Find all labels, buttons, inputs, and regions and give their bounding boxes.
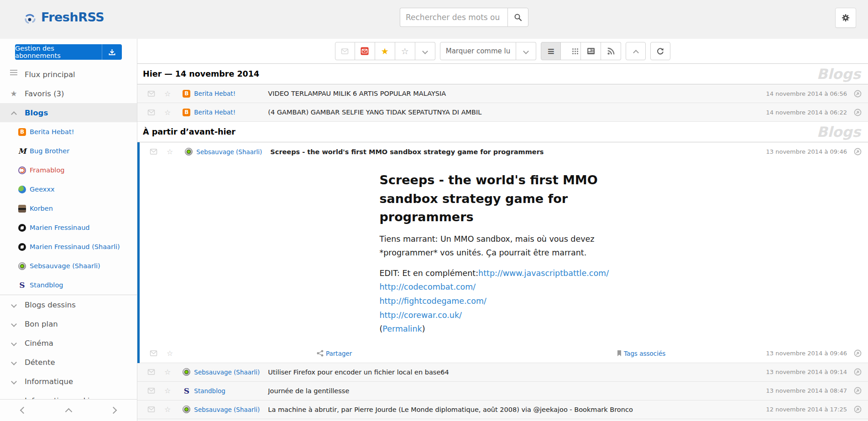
feed-name-link[interactable]: Berita Hebat! [194, 109, 268, 116]
feed-link[interactable]: Geexxx [30, 186, 55, 193]
tags-button[interactable]: Tags associés [617, 350, 665, 357]
sidebar-feed-item[interactable]: Framablog [0, 161, 137, 180]
article-link[interactable]: http://corewar.co.uk/ [380, 308, 628, 322]
share-button[interactable]: Partager [317, 350, 352, 357]
sidebar-category-item[interactable]: Cinéma [0, 333, 137, 353]
sidebar-feed-item[interactable]: Geexxx [0, 180, 137, 199]
read-status-icon[interactable] [150, 350, 157, 357]
filter-dropdown-button[interactable] [415, 42, 435, 60]
sidebar-feed-item[interactable]: Berita Hebat! [0, 122, 137, 141]
feed-name-link[interactable]: Sebsauvage (Shaarli) [194, 369, 268, 376]
feed-link[interactable]: Korben [30, 205, 53, 212]
view-global-button[interactable] [561, 42, 581, 60]
filter-favorites-button[interactable]: ★ [375, 42, 395, 60]
app-logo[interactable]: FreshRSS [24, 10, 104, 24]
refresh-button[interactable] [650, 42, 670, 60]
feed-link[interactable]: Standblog [30, 281, 63, 289]
tags-label: Tags associés [624, 350, 665, 357]
sidebar-category-item[interactable]: Détente [0, 353, 137, 372]
favorite-star-icon[interactable]: ☆ [164, 368, 171, 376]
read-status-icon[interactable] [147, 369, 155, 375]
chevron-down-icon [9, 303, 18, 307]
filter-all-button[interactable] [335, 42, 355, 60]
original-link-icon[interactable] [854, 90, 862, 98]
entry-date: 12 novembre 2014 à 17:25 [766, 406, 847, 413]
original-link-icon[interactable] [854, 387, 862, 395]
favorite-star-icon[interactable]: ☆ [164, 405, 171, 414]
feed-link[interactable]: Framablog [30, 166, 64, 174]
sidebar-feed-item[interactable]: Marien Fressinaud (Shaarli) [0, 237, 137, 256]
read-status-icon[interactable] [147, 406, 155, 413]
favorite-star-icon[interactable]: ☆ [167, 349, 173, 358]
chevron-down-icon [9, 341, 18, 345]
original-link-icon[interactable] [854, 109, 862, 116]
read-status-icon[interactable] [147, 109, 155, 116]
settings-button[interactable] [835, 8, 856, 28]
article-content: Screeps - the world's first MMO sandbox … [140, 161, 868, 344]
filter-not-favorite-button[interactable]: ☆ [395, 42, 415, 60]
sidebar-feed-item[interactable]: Standblog [0, 275, 137, 295]
article-link[interactable]: http://www.javascriptbattle.com/ [478, 269, 609, 278]
sidebar-feed-item[interactable]: Marien Fressinaud [0, 218, 137, 237]
filter-unread-button[interactable] [355, 42, 375, 60]
sidebar-category-item[interactable]: Informatique [0, 372, 137, 391]
favorite-star-icon[interactable]: ☆ [167, 147, 173, 156]
favorite-star-icon[interactable]: ☆ [164, 386, 171, 395]
pager-top-icon[interactable] [65, 408, 72, 416]
read-status-icon[interactable] [150, 148, 157, 155]
sidebar-category-item[interactable]: Blogs dessins [0, 295, 137, 314]
read-status-icon[interactable] [147, 387, 155, 394]
feed-link[interactable]: Sebsauvage (Shaarli) [30, 262, 100, 270]
view-list-button[interactable]: ≡ [541, 42, 561, 60]
sidebar-feed-item[interactable]: Bug Brother [0, 141, 137, 161]
permalink-link[interactable]: Permalink [382, 324, 422, 333]
import-export-icon[interactable] [102, 44, 122, 60]
feed-link[interactable]: Marien Fressinaud (Shaarli) [30, 243, 120, 250]
entry-row[interactable]: ☆ Berita Hebat! VIDEO TERLAMPAU MILIK 6 … [137, 84, 868, 103]
sidebar-category-item[interactable]: Bon plan [0, 314, 137, 333]
favorite-star-icon[interactable]: ☆ [164, 108, 171, 117]
view-rss-button[interactable] [601, 42, 621, 60]
original-link-icon[interactable] [854, 368, 862, 376]
original-link-icon[interactable] [854, 148, 862, 156]
feed-link[interactable]: Bug Brother [30, 147, 69, 155]
article-link[interactable]: http://fightcodegame.com/ [380, 294, 628, 308]
sidebar-feed-item[interactable]: Sebsauvage (Shaarli) [0, 256, 137, 275]
feed-name-link[interactable]: Sebsauvage (Shaarli) [194, 406, 268, 413]
main-area: ★ ☆ Marquer comme lu ≡ [137, 39, 868, 421]
view-reader-button[interactable] [581, 42, 601, 60]
scroll-top-button[interactable] [626, 42, 646, 60]
original-link-icon[interactable] [854, 405, 862, 413]
app-title: FreshRSS [41, 10, 104, 24]
entry-row[interactable]: ☆ Sebsauvage (Shaarli) La machine à abru… [137, 400, 868, 419]
sidebar-category-blogs[interactable]: Blogs [0, 103, 137, 122]
feed-favicon [18, 224, 26, 232]
pager-previous-icon[interactable] [20, 407, 27, 414]
search-input[interactable] [400, 8, 507, 27]
pager-next-icon[interactable] [110, 407, 117, 414]
mark-read-dropdown-button[interactable] [516, 42, 536, 60]
sidebar-item-flux-principal[interactable]: Flux principal [0, 65, 137, 84]
entry-row[interactable]: ☆ Berita Hebat! (4 GAMBAR) GAMBAR SELFIE… [137, 103, 868, 122]
entry-row-expanded[interactable]: ☆ Sebsauvage (Shaarli) Screeps - the wor… [140, 142, 868, 161]
gear-icon [841, 13, 850, 22]
feed-favicon [18, 281, 26, 289]
feed-name-link[interactable]: Berita Hebat! [194, 90, 268, 97]
feed-link[interactable]: Marien Fressinaud [30, 224, 90, 231]
entry-row[interactable]: ☆ Standblog 10 ans de Firefox 12 novembr… [137, 419, 868, 421]
read-status-icon[interactable] [147, 90, 155, 97]
sidebar-feed-item[interactable]: Korben [0, 199, 137, 218]
feed-name-link[interactable]: Sebsauvage (Shaarli) [196, 148, 270, 156]
search-button[interactable] [507, 8, 528, 27]
mark-as-read-button[interactable]: Marquer comme lu [440, 42, 517, 60]
favorite-star-icon[interactable]: ☆ [164, 89, 171, 98]
feed-link[interactable]: Berita Hebat! [30, 128, 74, 135]
entry-row[interactable]: ☆ Standblog Journée de la gentillesse 13… [137, 382, 868, 400]
article-link[interactable]: http://codecombat.com/ [380, 280, 628, 294]
feed-name-link[interactable]: Standblog [194, 387, 268, 395]
sidebar-item-favoris[interactable]: ★ Favoris (3) [0, 84, 137, 103]
original-link-icon[interactable] [854, 349, 862, 357]
entry-row[interactable]: ☆ Sebsauvage (Shaarli) Utiliser Firefox … [137, 363, 868, 382]
feed-favicon [185, 148, 193, 156]
manage-subscriptions-button[interactable]: Gestion des abonnements [15, 44, 122, 60]
